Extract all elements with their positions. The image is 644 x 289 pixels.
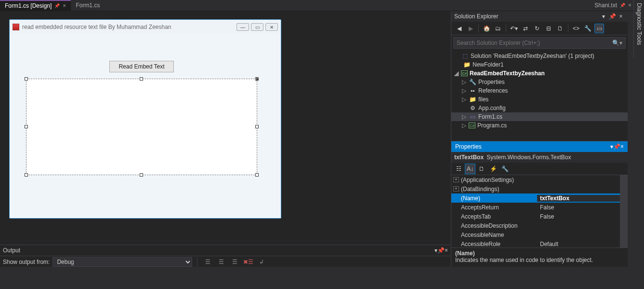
next-message-icon[interactable]: ☰ — [229, 257, 240, 267]
prop-row-accessiblename[interactable]: AccessibleName — [451, 230, 620, 239]
winform-title: read embedded resource text file By Muha… — [22, 24, 234, 30]
txttextbox-control[interactable] — [26, 79, 257, 175]
expand-icon[interactable]: ◢ — [453, 70, 459, 77]
tab-form1-design[interactable]: Form1.cs [Design] 📌 × — [0, 0, 71, 11]
pin-icon[interactable]: 📌 — [54, 3, 60, 8]
tree-node-project[interactable]: ◢ C# ReadEmbedTextbyZeeshan — [451, 69, 628, 78]
window-position-icon[interactable]: ▾ — [600, 13, 607, 20]
prop-name: (DataBindings) — [451, 186, 537, 193]
find-message-icon[interactable]: ☰ — [202, 257, 213, 267]
solution-explorer-search[interactable]: 🔍▾ — [453, 37, 626, 49]
document-tab-bar: Form1.cs [Design] 📌 × Form1.cs Shani.txt… — [0, 0, 644, 11]
expand-icon[interactable]: + — [453, 186, 459, 192]
minimize-button[interactable]: — — [237, 23, 249, 31]
prop-row-acceptsreturn[interactable]: AcceptsReturn False — [451, 203, 620, 212]
prop-value[interactable]: False — [537, 204, 620, 211]
winform-client-area[interactable]: Read Embed Text — [10, 34, 281, 218]
expand-icon[interactable]: ▷ — [461, 113, 467, 120]
properties-object-selector[interactable]: txtTextBox System.Windows.Forms.TextBox — [451, 152, 628, 163]
autohide-icon[interactable]: 📌 — [437, 247, 445, 254]
back-icon[interactable]: ◀ — [454, 24, 464, 33]
prop-row-appsettings[interactable]: + (ApplicationSettings) — [451, 175, 620, 184]
tree-node-references[interactable]: ▷ ▪▪ References — [451, 86, 628, 95]
expand-icon[interactable]: ▷ — [461, 87, 467, 94]
prop-value[interactable]: Default — [537, 241, 620, 248]
forward-icon[interactable]: ▶ — [466, 24, 475, 33]
prop-value[interactable]: txtTextBox — [537, 195, 620, 202]
read-embed-text-button[interactable]: Read Embed Text — [109, 61, 174, 72]
tree-node-files-folder[interactable]: ▷ 📁 files — [451, 95, 628, 104]
sync-icon[interactable]: 🗂 — [493, 24, 503, 33]
toggle-wrap-icon[interactable]: ↲ — [256, 257, 267, 267]
smart-tag-glyph[interactable] — [256, 77, 259, 81]
node-label: NewFolder1 — [473, 61, 504, 68]
solution-explorer-header: Solution Explorer ▾ 📌 × — [451, 11, 628, 22]
expand-icon[interactable]: ▷ — [461, 96, 467, 103]
clear-all-icon[interactable]: ✖☰ — [243, 257, 253, 267]
config-icon: ⚙ — [469, 105, 476, 111]
tree-node-form1[interactable]: ▷ ▭ Form1.cs — [451, 112, 628, 121]
desc-name: (Name) — [455, 250, 624, 257]
autohide-icon[interactable]: 📌 — [613, 143, 620, 150]
designer-surface[interactable]: read embedded resource text file By Muha… — [0, 11, 451, 267]
properties-icon[interactable]: 🗋 — [476, 164, 487, 174]
search-icon[interactable]: 🔍▾ — [612, 40, 622, 46]
refresh-icon[interactable]: ↻ — [532, 24, 542, 33]
pin-icon[interactable]: 📌 — [620, 3, 625, 8]
prop-value[interactable]: False — [537, 213, 620, 220]
history-icon[interactable]: ↶▾ — [509, 24, 519, 33]
prop-row-name[interactable]: (Name) txtTextBox — [451, 193, 620, 203]
prop-row-databindings[interactable]: + (DataBindings) — [451, 184, 620, 193]
alphabetical-icon[interactable]: A↓ — [465, 164, 475, 174]
solution-explorer-toolbar: ◀ ▶ 🏠 🗂 ↶▾ ⇄ ↻ ⊟ 🗋 <> 🔧 ▭ — [451, 22, 628, 35]
tab-shani-txt[interactable]: Shani.txt 📌 × — [590, 0, 636, 11]
winform-window[interactable]: read embedded resource text file By Muha… — [9, 19, 281, 219]
prop-row-acceptstab[interactable]: AcceptsTab False — [451, 212, 620, 221]
close-icon[interactable]: × — [63, 2, 66, 9]
properties-icon[interactable]: 🔧 — [583, 24, 592, 33]
output-source-select[interactable]: Debug — [53, 257, 192, 267]
close-icon[interactable]: × — [620, 143, 624, 150]
close-icon[interactable]: × — [445, 247, 448, 254]
node-label: Properties — [478, 79, 505, 85]
collapse-all-icon[interactable]: ⊟ — [544, 24, 553, 33]
property-pages-icon[interactable]: 🔧 — [499, 164, 510, 174]
close-icon[interactable]: × — [628, 2, 631, 9]
close-button[interactable]: ✕ — [265, 23, 278, 31]
close-icon[interactable]: × — [617, 13, 625, 20]
form-icon: ▭ — [469, 113, 476, 120]
prop-row-accessibledesc[interactable]: AccessibleDescription — [451, 221, 620, 230]
solution-icon: ⬚ — [461, 53, 469, 59]
properties-grid[interactable]: + (ApplicationSettings) + (DataBindings)… — [451, 175, 620, 248]
maximize-button[interactable]: ▭ — [251, 23, 263, 31]
winform-titlebar[interactable]: read embedded resource text file By Muha… — [10, 20, 281, 34]
prev-message-icon[interactable]: ☰ — [216, 257, 226, 267]
panel-title: Properties — [455, 143, 610, 150]
prop-name: AcceptsReturn — [451, 204, 537, 211]
view-code-icon[interactable]: <> — [571, 24, 581, 33]
search-input[interactable] — [457, 40, 612, 46]
output-toolbar: Show output from: Debug ☰ ☰ ☰ ✖☰ ↲ — [0, 256, 451, 267]
tree-node-program[interactable]: ▷ C# Program.cs — [451, 121, 628, 130]
show-all-files-icon[interactable]: 🗋 — [555, 24, 565, 33]
properties-scrollbar[interactable] — [620, 175, 628, 248]
events-icon[interactable]: ⚡ — [488, 164, 499, 174]
tree-node-properties[interactable]: ▷ 🔧 Properties — [451, 78, 628, 86]
prop-name: AccessibleRole — [451, 241, 537, 248]
switch-view-icon[interactable]: ⇄ — [521, 24, 530, 33]
preview-selected-icon[interactable]: ▭ — [594, 24, 604, 33]
autohide-icon[interactable]: 📌 — [608, 13, 616, 20]
tree-node-newfolder[interactable]: 📁 NewFolder1 — [451, 60, 628, 69]
expand-icon[interactable]: + — [453, 177, 459, 182]
tree-node-appconfig[interactable]: ⚙ App.config — [451, 104, 628, 112]
tab-form1-cs[interactable]: Form1.cs — [71, 0, 105, 11]
solution-tree[interactable]: ⬚ Solution 'ReadEmbedTextbyZeeshan' (1 p… — [451, 51, 628, 141]
home-icon[interactable]: 🏠 — [482, 24, 491, 33]
categorized-icon[interactable]: ☷ — [453, 164, 464, 174]
tree-node-solution[interactable]: ⬚ Solution 'ReadEmbedTextbyZeeshan' (1 p… — [451, 52, 628, 60]
expand-icon[interactable]: ▷ — [461, 122, 467, 129]
expand-icon[interactable]: ▷ — [461, 79, 467, 85]
prop-row-accessiblerole[interactable]: AccessibleRole Default — [451, 239, 620, 248]
csproj-icon: C# — [461, 70, 468, 76]
diagnostic-tools-tab[interactable]: Diagnostic Tools — [633, 0, 644, 58]
